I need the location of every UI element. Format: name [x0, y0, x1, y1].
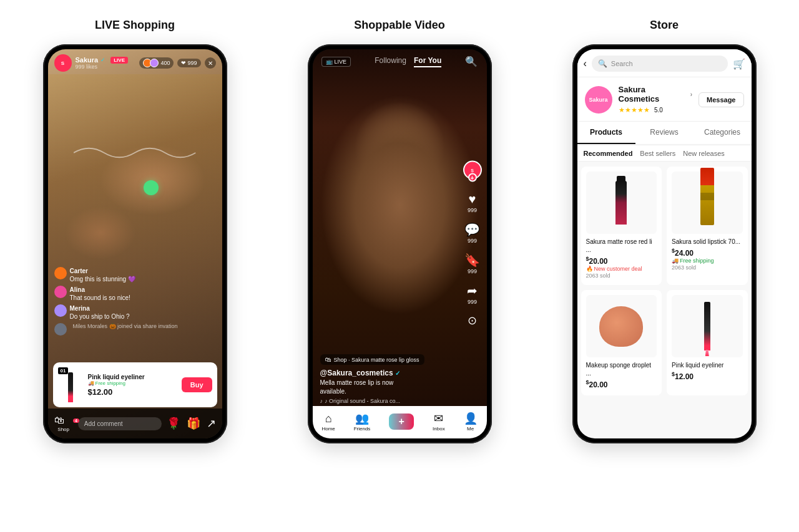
store-brand-name: Sakura Cosmetics › [619, 85, 693, 104]
live-bottom-nav: 🛍 4 Shop Add comment 🌹 🎁 ↗ [48, 409, 222, 438]
search-bar[interactable]: 🔍 Search [592, 56, 728, 72]
live-username: Sakura [76, 56, 99, 64]
store-title: Store [650, 19, 679, 32]
like-button[interactable]: ♥ 999 [468, 192, 477, 213]
for-you-tab[interactable]: For You [414, 56, 441, 67]
music-note-icon: ♪ [320, 398, 323, 404]
shipping-icon: 🚚 [672, 258, 679, 264]
join-text: Miles Morales 🎃 joined via share invatio… [73, 323, 178, 329]
search-icon[interactable]: 🔍 [465, 56, 478, 67]
live-shopping-section: LIVE Shopping S Sakura ✓ LIVE [12, 19, 257, 443]
profile-icon: 👤 [464, 412, 478, 425]
bookmark-icon: 🔖 [464, 253, 480, 268]
eyeliner-image [68, 372, 73, 402]
best-sellers-sub-tab[interactable]: Best sellers [640, 150, 675, 157]
fire-icon: 🔥 [586, 266, 593, 272]
shop-label: Shop [57, 427, 69, 432]
cart-icon: 🛍 [54, 415, 64, 425]
comment-row: Merina Do you ship to Ohio ? [54, 304, 216, 321]
live-streamer-details: Sakura ✓ LIVE 999 likes [76, 56, 128, 70]
product-card-2[interactable]: Sakura solid lipstick 70... $24.00 🚚 Fre… [667, 167, 748, 285]
live-action-icons: 🌹 🎁 ↗ [167, 417, 216, 430]
store-section: Store ‹ 🔍 Search 🛒 Sakura [542, 19, 787, 443]
free-shipping-badge: 🚚 Free shipping [88, 380, 177, 386]
live-badge: LIVE [110, 57, 128, 64]
products-tab[interactable]: Products [577, 122, 635, 144]
comment-row: Alina That sound is so nice! [54, 286, 216, 302]
new-releases-sub-tab[interactable]: New releases [683, 150, 725, 157]
likes-count: 999 [187, 60, 197, 66]
creator-username: @Sakura_cosmetics ✓ [320, 369, 442, 377]
store-products: Sakura matte rose red li ... $20.00 🔥 Ne… [577, 164, 752, 438]
store-rating: ★★★★★ 5.0 [619, 104, 693, 115]
product-price-3: $20.00 [586, 379, 657, 389]
friends-nav-item[interactable]: 👥 Friends [354, 412, 371, 432]
shop-tag[interactable]: 🛍 Shop · Sakura matte rose lip gloss [320, 354, 424, 365]
cart-icon[interactable]: 🛒 [733, 58, 745, 70]
bookmark-button[interactable]: 🔖 999 [464, 253, 480, 274]
lipgloss-visual [615, 181, 627, 225]
gift-icon[interactable]: 🎁 [187, 417, 200, 430]
close-button[interactable]: ✕ [205, 57, 216, 69]
live-top-bar: S Sakura ✓ LIVE 999 likes [48, 49, 222, 77]
home-label: Home [321, 426, 335, 432]
commenter-avatar [54, 323, 67, 336]
store-sub-tabs: Recommended Best sellers New releases [577, 146, 752, 162]
product-name-2: Sakura solid lipstick 70... [672, 238, 743, 246]
shoppable-video-title: Shoppable Video [354, 19, 445, 32]
store-brand-info: Sakura Cosmetics › ★★★★★ 5.0 [619, 85, 693, 115]
product-card-1[interactable]: Sakura matte rose red li ... $20.00 🔥 Ne… [581, 167, 662, 285]
home-nav-item[interactable]: ⌂ Home [321, 412, 335, 432]
lipgloss-bottle [615, 181, 627, 225]
follow-plus-icon[interactable]: + [468, 173, 477, 182]
shop-button[interactable]: 🛍 4 Shop [54, 415, 73, 432]
comment-text: Alina That sound is so nice! [70, 286, 130, 302]
sold-count-2: 2063 sold [672, 264, 743, 271]
comment-row: Miles Morales 🎃 joined via share invatio… [54, 323, 216, 336]
product-card-4[interactable]: Pink liquid eyeliner $12.00 [667, 290, 748, 395]
live-chip: 📺 LIVE [321, 57, 351, 67]
share-icon: ➦ [467, 283, 478, 298]
message-button[interactable]: Message [699, 92, 743, 107]
product-number: 01 [58, 367, 69, 374]
pencil-tip [705, 350, 709, 356]
store-brand-section: Sakura Sakura Cosmetics › ★★★★★ 5.0 Me [577, 77, 752, 122]
add-comment-input[interactable]: Add comment [78, 417, 162, 430]
heart-reaction-icon[interactable]: 🌹 [167, 417, 180, 430]
shipping-badge-2: 🚚 Free shipping [672, 258, 743, 264]
me-nav-item[interactable]: 👤 Me [464, 412, 478, 432]
product-price-4: $12.00 [672, 371, 743, 381]
product-image-2 [672, 172, 743, 234]
product-card-3[interactable]: Makeup sponge droplet ... $20.00 [581, 290, 662, 395]
live-top-right: 400 ❤ 999 ✕ [139, 57, 215, 69]
product-image [58, 372, 83, 402]
squiggle-decoration [74, 140, 195, 165]
follow-button-container: S + [463, 161, 482, 180]
comment-button[interactable]: 💬 999 [464, 222, 480, 244]
inbox-nav-item[interactable]: ✉ Inbox [433, 412, 445, 432]
inbox-label: Inbox [433, 426, 445, 432]
store-logo: Sakura [585, 86, 612, 114]
comment-icon: 💬 [464, 222, 480, 237]
back-button[interactable]: ‹ [584, 58, 587, 69]
tv-icon: 📺 [326, 59, 333, 65]
recommended-sub-tab[interactable]: Recommended [584, 150, 633, 157]
categories-tab[interactable]: Categories [694, 122, 752, 144]
share-button[interactable]: ➦ 999 [467, 283, 478, 305]
share-icon[interactable]: ↗ [207, 417, 216, 430]
follower-count: 400 [160, 60, 170, 66]
create-button[interactable]: + [389, 414, 414, 430]
video-bottom-nav: ⌂ Home 👥 Friends + ✉ Inbox [313, 406, 487, 438]
product-image-4 [672, 295, 743, 357]
shoppable-video-section: Shoppable Video 📺 LIVE Following For You [277, 19, 522, 443]
lipgloss-cap [617, 176, 625, 182]
live-background: S Sakura ✓ LIVE 999 likes [48, 49, 222, 438]
verified-icon: ✓ [395, 370, 400, 377]
following-tab[interactable]: Following [375, 56, 406, 67]
commenter-avatar [54, 304, 67, 317]
live-likes-label: 999 likes [76, 64, 128, 70]
reviews-tab[interactable]: Reviews [635, 122, 694, 144]
buy-button[interactable]: Buy [182, 377, 212, 392]
friends-icon: 👥 [355, 412, 369, 425]
pencil-visual [704, 302, 710, 351]
